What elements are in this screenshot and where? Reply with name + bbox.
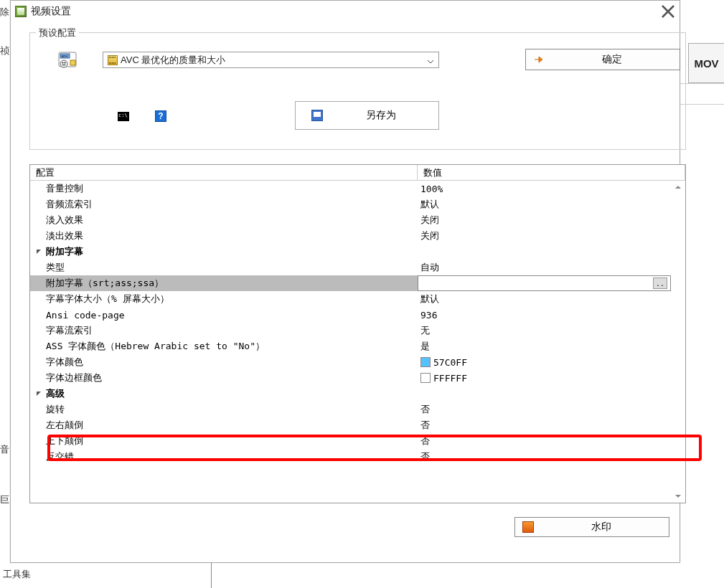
grid-row[interactable]: 字体颜色57C0FF: [30, 354, 671, 370]
grid-row[interactable]: 字幕字体大小（% 屏幕大小）默认: [30, 291, 671, 307]
grid-row[interactable]: 淡入效果关闭: [30, 212, 671, 228]
grid-cell-name: 淡入效果: [30, 212, 418, 228]
grid-cell-name: 类型: [30, 260, 418, 275]
browse-button[interactable]: ..: [653, 278, 667, 289]
grid-cell-name: 高级: [30, 386, 418, 402]
expand-triangle-icon[interactable]: [36, 248, 43, 255]
grid-header-config[interactable]: 配置: [30, 165, 418, 181]
svg-point-5: [65, 62, 66, 64]
grid-cell-value: [418, 386, 671, 402]
grid-cell-value: 否: [418, 433, 671, 449]
mov-icon: MOV: [57, 51, 77, 71]
grid-cell-name: 淡出效果: [30, 228, 418, 244]
background-char-1: 除: [0, 6, 9, 19]
svg-point-3: [60, 60, 67, 67]
settings-grid: 配置 数值 音量控制100%音频流索引默认淡入效果关闭淡出效果关闭附加字幕类型自…: [29, 164, 686, 503]
close-button[interactable]: [661, 4, 675, 19]
grid-cell-name: 左右颠倒: [30, 417, 418, 433]
watermark-label: 水印: [534, 521, 669, 534]
grid-row[interactable]: 字幕流索引无: [30, 323, 671, 338]
grid-cell-value: 自动: [418, 260, 671, 275]
background-char-2: 祯: [0, 44, 9, 57]
preset-selected-label: AVC 最优化的质量和大小: [121, 54, 225, 67]
vertical-scrollbar[interactable]: [671, 181, 685, 503]
grid-row[interactable]: 反交错否: [30, 449, 671, 465]
grid-cell-value[interactable]: ..: [418, 275, 671, 291]
watermark-button[interactable]: 水印: [514, 517, 669, 537]
grid-row[interactable]: ASS 字体颜色（Hebrew Arabic set to "No"）是: [30, 338, 671, 354]
grid-row[interactable]: 类型自动: [30, 260, 671, 275]
svg-text:MOV: MOV: [61, 54, 67, 58]
grid-cell-name: 音量控制: [30, 181, 418, 196]
preset-dropdown[interactable]: AVC 最优化的质量和大小: [103, 52, 439, 68]
scroll-up-arrow[interactable]: [671, 181, 685, 194]
preset-groupbox: 预设配置 MOV AVC 最优化的质量和大小 确定: [29, 32, 686, 150]
help-icon[interactable]: ?: [155, 110, 166, 122]
grid-row[interactable]: 旋转否: [30, 402, 671, 417]
grid-cell-name: 字幕字体大小（% 屏幕大小）: [30, 291, 418, 307]
grid-row[interactable]: 上下颠倒否: [30, 433, 671, 449]
background-divider: [680, 83, 724, 84]
grid-row[interactable]: Ansi code-page936: [30, 307, 671, 323]
grid-cell-value: 关闭: [418, 228, 671, 244]
color-swatch: [420, 357, 431, 367]
grid-cell-name: 音频流索引: [30, 196, 418, 212]
svg-rect-6: [70, 60, 75, 65]
grid-row[interactable]: 音频流索引默认: [30, 196, 671, 212]
arrow-right-icon: [533, 54, 545, 65]
save-as-button[interactable]: 另存为: [295, 101, 439, 130]
grid-cell-value: 关闭: [418, 212, 671, 228]
grid-cell-value: 默认: [418, 196, 671, 212]
grid-cell-value: FFFFFF: [418, 370, 671, 386]
save-as-label: 另存为: [323, 109, 438, 122]
grid-row[interactable]: 高级: [30, 386, 671, 402]
watermark-icon: [522, 521, 534, 533]
grid-body: 音量控制100%音频流索引默认淡入效果关闭淡出效果关闭附加字幕类型自动附加字幕（…: [30, 181, 671, 503]
grid-cell-name: Ansi code-page: [30, 307, 418, 323]
background-tab-mov[interactable]: MOV: [688, 43, 724, 83]
chevron-down-icon: [427, 57, 434, 64]
grid-cell-value: 否: [418, 449, 671, 465]
grid-cell-value: 57C0FF: [418, 354, 671, 370]
svg-point-4: [62, 62, 64, 64]
close-icon: [661, 4, 675, 19]
titlebar: 视频设置: [11, 1, 680, 22]
grid-row[interactable]: 附加字幕（srt;ass;ssa）..: [30, 275, 671, 291]
grid-cell-name: 字体边框颜色: [30, 370, 418, 386]
grid-cell-name: 反交错: [30, 449, 418, 465]
background-toolset-label: 工具集: [3, 568, 31, 581]
grid-cell-value: 否: [418, 417, 671, 433]
window-title: 视频设置: [31, 5, 661, 18]
grid-cell-name: 字体颜色: [30, 354, 418, 370]
grid-cell-value: 100%: [418, 181, 671, 196]
background-char-4: 巨: [0, 493, 9, 506]
background-divider-2: [680, 104, 724, 105]
grid-row[interactable]: 音量控制100%: [30, 181, 671, 196]
grid-cell-name: ASS 字体颜色（Hebrew Arabic set to "No"）: [30, 338, 418, 354]
save-icon: [311, 110, 323, 121]
grid-row[interactable]: 左右颠倒否: [30, 417, 671, 433]
color-swatch: [420, 373, 431, 383]
confirm-button[interactable]: 确定: [525, 49, 680, 70]
app-icon: [15, 6, 27, 17]
grid-header-value[interactable]: 数值: [418, 165, 685, 181]
confirm-button-label: 确定: [545, 53, 680, 66]
film-icon: [108, 55, 118, 65]
scroll-down-arrow[interactable]: [671, 490, 685, 503]
grid-cell-value: 是: [418, 338, 671, 354]
grid-cell-value: 无: [418, 323, 671, 338]
commandline-icon[interactable]: [118, 112, 129, 121]
grid-cell-value: 936: [418, 307, 671, 323]
background-char-3: 音: [0, 443, 9, 456]
grid-row[interactable]: 附加字幕: [30, 244, 671, 260]
grid-row[interactable]: 字体边框颜色FFFFFF: [30, 370, 671, 386]
grid-cell-value: 否: [418, 402, 671, 417]
grid-cell-name: 旋转: [30, 402, 418, 417]
grid-header: 配置 数值: [30, 165, 685, 181]
video-settings-dialog: 视频设置 预设配置 MOV AVC 最优化的质量和大小: [10, 0, 680, 563]
background-separator: [211, 563, 212, 588]
grid-cell-value: 默认: [418, 291, 671, 307]
grid-cell-value: [418, 244, 671, 260]
expand-triangle-icon[interactable]: [36, 390, 43, 397]
grid-row[interactable]: 淡出效果关闭: [30, 228, 671, 244]
